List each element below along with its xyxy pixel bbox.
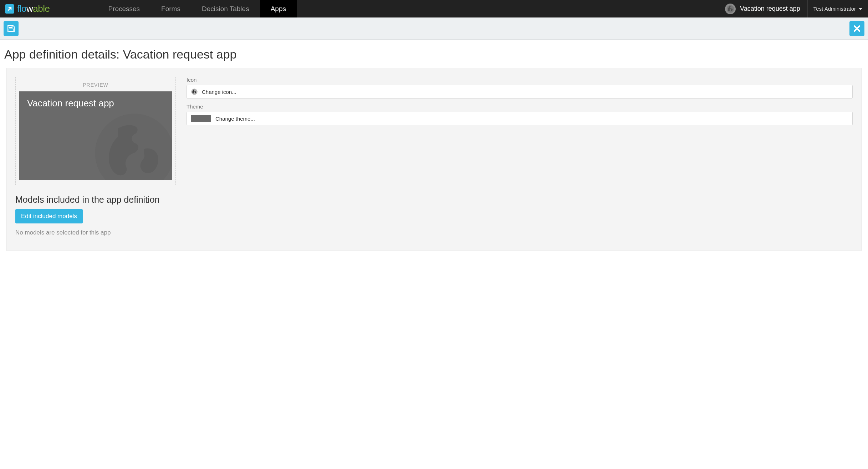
- current-app-name: Vacation request app: [740, 5, 800, 12]
- edit-included-models-button[interactable]: Edit included models: [15, 209, 83, 223]
- top-navbar: flowable Processes Forms Decision Tables…: [0, 0, 868, 17]
- details-panel: PREVIEW Vacation request app Icon Change…: [6, 68, 862, 251]
- brand-mark-icon: [5, 4, 14, 14]
- change-theme-button[interactable]: Change theme...: [187, 112, 853, 125]
- theme-swatch: [191, 115, 211, 122]
- change-theme-label: Change theme...: [215, 116, 255, 122]
- close-button[interactable]: [849, 21, 864, 36]
- models-empty-text: No models are selected for this app: [15, 229, 853, 236]
- icon-label: Icon: [187, 77, 853, 83]
- brand-logo[interactable]: flowable: [0, 0, 55, 17]
- nav-tab-processes[interactable]: Processes: [97, 0, 150, 17]
- floppy-icon: [7, 24, 15, 33]
- nav-tab-decision-tables[interactable]: Decision Tables: [191, 0, 260, 17]
- page-title: App definition details: Vacation request…: [0, 40, 868, 68]
- change-icon-button[interactable]: Change icon...: [187, 85, 853, 99]
- preview-area: PREVIEW Vacation request app: [15, 77, 176, 185]
- user-name: Test Administrator: [813, 6, 856, 12]
- current-app-indicator[interactable]: Vacation request app: [718, 0, 807, 17]
- preview-label: PREVIEW: [19, 81, 172, 91]
- models-heading: Models included in the app definition: [15, 195, 853, 205]
- close-icon: [853, 24, 861, 33]
- globe-icon: [93, 112, 172, 180]
- change-icon-label: Change icon...: [202, 89, 236, 95]
- preview-tile-title: Vacation request app: [27, 98, 164, 109]
- brand-text: flowable: [17, 3, 50, 14]
- nav-tabs: Processes Forms Decision Tables Apps: [97, 0, 297, 17]
- action-toolbar: [0, 17, 868, 40]
- save-button[interactable]: [4, 21, 19, 36]
- globe-icon: [191, 89, 198, 95]
- form-column: Icon Change icon... Theme Change theme..…: [187, 77, 853, 130]
- models-section: Models included in the app definition Ed…: [15, 195, 853, 236]
- chevron-down-icon: [858, 6, 862, 12]
- theme-label: Theme: [187, 104, 853, 110]
- user-menu[interactable]: Test Administrator: [807, 0, 868, 17]
- nav-tab-forms[interactable]: Forms: [150, 0, 191, 17]
- preview-tile: Vacation request app: [19, 91, 172, 180]
- globe-icon: [725, 4, 736, 14]
- nav-tab-apps[interactable]: Apps: [260, 0, 297, 17]
